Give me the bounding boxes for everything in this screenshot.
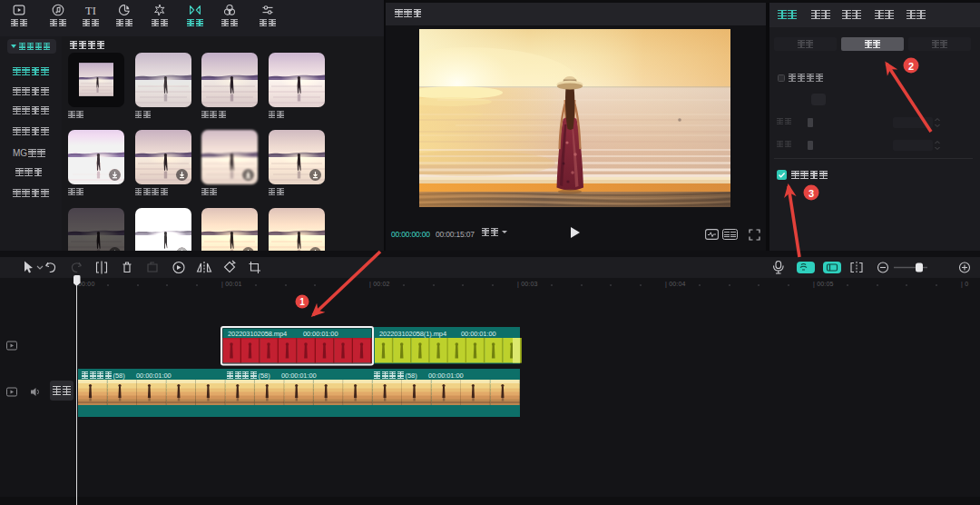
svg-text:2: 2 <box>908 61 914 72</box>
svg-text:3: 3 <box>808 188 814 199</box>
svg-text:1: 1 <box>299 297 305 307</box>
